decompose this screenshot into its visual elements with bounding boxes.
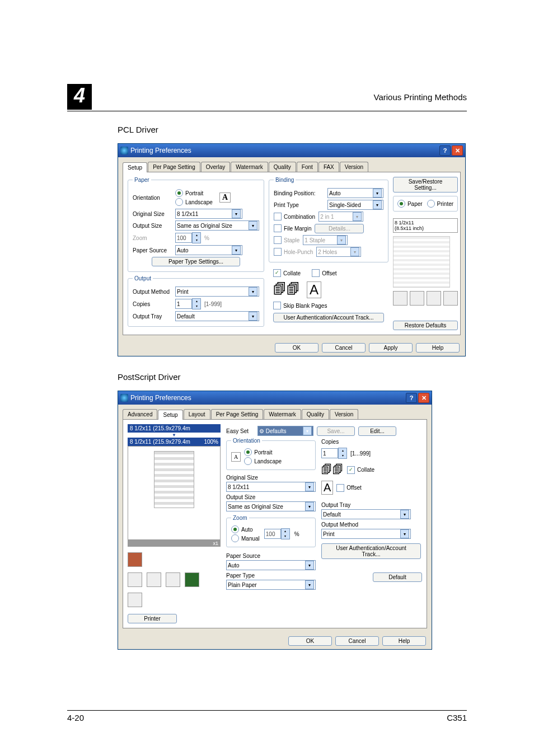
- paper-view-radio[interactable]: Paper: [397, 200, 423, 208]
- layout-icon[interactable]: [410, 291, 424, 306]
- paper-type-value: Plain Paper: [228, 582, 257, 588]
- chevron-down-icon: ▾: [400, 510, 409, 519]
- tab-advanced[interactable]: Advanced: [123, 409, 157, 419]
- collate-icon: 🗐🗐: [321, 463, 344, 476]
- save-restore-button[interactable]: Save/Restore Setting...: [393, 177, 458, 192]
- portrait-radio[interactable]: Portrait: [175, 189, 213, 197]
- dialog-title: Printing Preferences: [130, 147, 191, 154]
- chevron-down-icon: ▾: [353, 212, 362, 221]
- cancel-button[interactable]: Cancel: [322, 343, 366, 353]
- zoom-stepper[interactable]: ▴▾: [175, 232, 201, 243]
- copies-value[interactable]: [321, 448, 338, 458]
- restore-defaults-button[interactable]: Restore Defaults: [393, 321, 458, 330]
- close-icon[interactable]: ✕: [418, 393, 429, 403]
- printer-button[interactable]: Printer: [128, 614, 177, 623]
- output-method-select[interactable]: Print▾: [175, 287, 259, 297]
- printer-view-radio[interactable]: Printer: [427, 200, 453, 208]
- zoom-stepper[interactable]: ▴▾: [264, 528, 290, 539]
- tab-overlay[interactable]: Overlay: [201, 162, 230, 172]
- tab-setup[interactable]: Setup: [158, 410, 182, 420]
- output-size-select[interactable]: Same as Original Size▾: [226, 501, 316, 511]
- app-icon: [120, 394, 128, 402]
- output-group: Output Output Method Print▾ Copies ▴▾ [1…: [128, 275, 264, 327]
- paper-info-1: 8 1/2x11: [395, 220, 456, 226]
- binding-position-select[interactable]: Auto▾: [327, 188, 383, 198]
- output-tray-select[interactable]: Default▾: [321, 509, 411, 519]
- tab-perpage[interactable]: Per Page Setting: [148, 162, 200, 172]
- paper-type-select[interactable]: Plain Paper▾: [226, 580, 316, 590]
- landscape-radio[interactable]: Landscape: [175, 198, 213, 206]
- zoom-unit: %: [204, 235, 209, 241]
- easyset-select[interactable]: ⚙ Defaults▾: [257, 426, 313, 436]
- tab-watermark[interactable]: Watermark: [231, 162, 268, 172]
- edit-button[interactable]: Edit...: [358, 426, 396, 436]
- orientation-icon[interactable]: [185, 572, 199, 587]
- zoom-unit: %: [294, 531, 299, 537]
- paper-source-select[interactable]: Auto▾: [175, 245, 242, 255]
- copies-stepper[interactable]: ▴▾: [321, 448, 347, 459]
- combination-check[interactable]: Combination: [274, 213, 315, 220]
- paper-info: 8 1/2x11 (8.5x11 inch): [393, 218, 458, 233]
- user-auth-button[interactable]: User Authentication/Account Track...: [273, 313, 384, 322]
- paper-type-label: Paper Type: [226, 572, 255, 579]
- ok-button[interactable]: OK: [275, 343, 318, 353]
- copies-stepper[interactable]: ▴▾: [175, 298, 201, 309]
- print-type-select[interactable]: Single-Sided▾: [327, 200, 383, 210]
- layout-icon[interactable]: [147, 572, 161, 587]
- zoom-manual-radio[interactable]: Manual: [231, 534, 260, 542]
- output-tray-select[interactable]: Default▾: [175, 311, 259, 321]
- printer-icon[interactable]: [128, 552, 142, 567]
- tab-layout[interactable]: Layout: [184, 409, 210, 419]
- landscape-label: Landscape: [185, 199, 213, 205]
- portrait-label: Portrait: [185, 190, 203, 196]
- zoom-auto-radio[interactable]: Auto: [231, 525, 260, 533]
- paper-type-settings-button[interactable]: Paper Type Settings...: [152, 257, 240, 266]
- tab-quality[interactable]: Quality: [269, 162, 296, 172]
- original-size-select[interactable]: 8 1/2x11▾: [226, 482, 316, 492]
- paper-source-select[interactable]: Auto▾: [226, 560, 316, 570]
- close-icon[interactable]: ✕: [452, 145, 463, 156]
- tab-setup[interactable]: Setup: [123, 162, 147, 172]
- copies-value[interactable]: [175, 299, 192, 309]
- tab-version[interactable]: Version: [330, 409, 358, 419]
- staple-check[interactable]: Staple: [274, 236, 299, 244]
- hole-punch-check[interactable]: Hole-Punch: [274, 248, 313, 256]
- tab-quality[interactable]: Quality: [302, 409, 329, 419]
- offset-check[interactable]: Offset: [336, 484, 362, 492]
- default-button[interactable]: Default: [373, 572, 422, 582]
- tab-watermark[interactable]: Watermark: [264, 409, 301, 419]
- collate-check[interactable]: ✓Collate: [273, 269, 301, 277]
- user-auth-button[interactable]: User Authentication/Account Track...: [321, 543, 421, 559]
- tab-version[interactable]: Version: [340, 162, 368, 172]
- skip-blank-label: Skip Blank Pages: [283, 303, 327, 309]
- help-button[interactable]: Help: [416, 343, 460, 353]
- layout-icon[interactable]: [128, 572, 142, 587]
- collate-check[interactable]: ✓Collate: [347, 466, 374, 474]
- apply-button[interactable]: Apply: [369, 343, 413, 353]
- tab-perpage[interactable]: Per Page Setting: [211, 409, 264, 419]
- output-size-select[interactable]: Same as Original Size▾: [175, 220, 259, 231]
- offset-check[interactable]: Offset: [312, 269, 337, 277]
- zoom-value[interactable]: [264, 529, 281, 539]
- help-button[interactable]: Help: [382, 636, 426, 646]
- help-icon[interactable]: ?: [439, 145, 451, 156]
- layout-icon[interactable]: [443, 291, 458, 306]
- portrait-radio[interactable]: Portrait: [244, 448, 282, 456]
- layout-icon[interactable]: [128, 593, 142, 607]
- zoom-value[interactable]: [175, 233, 192, 243]
- layout-icon[interactable]: [166, 572, 180, 587]
- skip-blank-check[interactable]: Skip Blank Pages: [269, 300, 388, 311]
- tab-font[interactable]: Font: [297, 162, 318, 172]
- dialog-title: Printing Preferences: [130, 394, 191, 402]
- binding-position-label: Binding Position:: [274, 190, 324, 196]
- file-margin-check[interactable]: File Margin: [274, 224, 311, 232]
- ok-button[interactable]: OK: [288, 636, 332, 646]
- tab-fax[interactable]: FAX: [318, 162, 339, 172]
- layout-icon[interactable]: [393, 291, 407, 306]
- help-icon[interactable]: ?: [406, 393, 417, 403]
- output-method-select[interactable]: Print▾: [321, 529, 411, 539]
- landscape-radio[interactable]: Landscape: [244, 457, 282, 465]
- original-size-select[interactable]: 8 1/2x11▾: [175, 209, 242, 219]
- cancel-button[interactable]: Cancel: [335, 636, 379, 646]
- layout-icon[interactable]: [427, 291, 441, 306]
